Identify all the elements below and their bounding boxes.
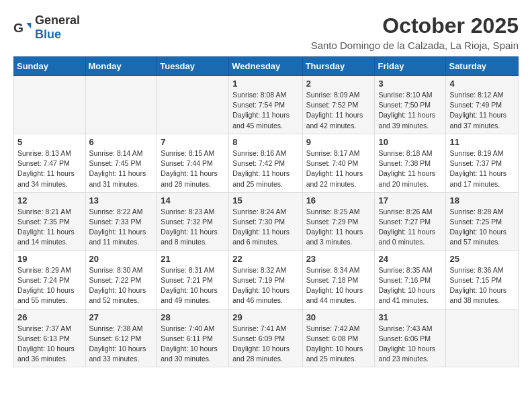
calendar-cell: 14Sunrise: 8:23 AM Sunset: 7:32 PM Dayli… [157,192,229,250]
calendar-cell: 10Sunrise: 8:18 AM Sunset: 7:38 PM Dayli… [375,134,446,192]
day-number: 22 [232,254,298,264]
day-info: Sunrise: 8:24 AM Sunset: 7:30 PM Dayligh… [232,207,298,248]
location-subtitle: Santo Domingo de la Calzada, La Rioja, S… [311,40,519,51]
calendar-cell: 4Sunrise: 8:12 AM Sunset: 7:49 PM Daylig… [446,76,519,134]
header-day-saturday: Saturday [446,57,519,76]
day-info: Sunrise: 8:22 AM Sunset: 7:33 PM Dayligh… [89,207,154,248]
calendar-cell: 11Sunrise: 8:19 AM Sunset: 7:37 PM Dayli… [446,134,519,192]
day-info: Sunrise: 8:12 AM Sunset: 7:49 PM Dayligh… [449,90,515,131]
calendar-cell [85,76,157,134]
logo: G General Blue [13,13,80,42]
day-info: Sunrise: 8:15 AM Sunset: 7:44 PM Dayligh… [161,148,225,189]
logo-blue-text: Blue [35,28,61,41]
day-number: 3 [378,79,442,89]
day-number: 7 [161,137,225,147]
calendar-cell [14,76,86,134]
day-number: 27 [89,312,154,322]
day-info: Sunrise: 7:43 AM Sunset: 6:06 PM Dayligh… [378,324,442,365]
calendar-cell: 24Sunrise: 8:35 AM Sunset: 7:16 PM Dayli… [375,250,446,309]
header-day-wednesday: Wednesday [229,57,302,76]
calendar-cell [157,76,229,134]
day-number: 23 [306,254,371,264]
day-number: 10 [378,137,442,147]
calendar-cell: 7Sunrise: 8:15 AM Sunset: 7:44 PM Daylig… [157,134,229,192]
day-number: 11 [449,137,515,147]
day-number: 17 [378,195,442,205]
day-info: Sunrise: 7:41 AM Sunset: 6:09 PM Dayligh… [232,324,298,365]
calendar-cell: 5Sunrise: 8:13 AM Sunset: 7:47 PM Daylig… [14,134,86,192]
day-number: 15 [232,195,298,205]
calendar-cell: 1Sunrise: 8:08 AM Sunset: 7:54 PM Daylig… [229,76,302,134]
calendar-cell: 23Sunrise: 8:34 AM Sunset: 7:18 PM Dayli… [302,250,375,309]
svg-text:G: G [13,21,24,35]
day-info: Sunrise: 8:31 AM Sunset: 7:21 PM Dayligh… [161,265,225,306]
day-number: 18 [449,195,515,205]
day-info: Sunrise: 8:25 AM Sunset: 7:29 PM Dayligh… [306,207,371,248]
calendar-cell: 6Sunrise: 8:14 AM Sunset: 7:45 PM Daylig… [85,134,157,192]
day-info: Sunrise: 8:21 AM Sunset: 7:35 PM Dayligh… [17,207,82,248]
day-info: Sunrise: 8:16 AM Sunset: 7:42 PM Dayligh… [232,148,298,189]
calendar-cell [446,309,519,367]
day-number: 30 [306,312,371,322]
day-info: Sunrise: 7:40 AM Sunset: 6:11 PM Dayligh… [161,324,225,365]
header-day-friday: Friday [375,57,446,76]
day-number: 31 [378,312,442,322]
day-info: Sunrise: 8:10 AM Sunset: 7:50 PM Dayligh… [378,90,442,131]
header-day-thursday: Thursday [302,57,375,76]
day-info: Sunrise: 8:35 AM Sunset: 7:16 PM Dayligh… [378,265,442,306]
day-number: 5 [17,137,82,147]
calendar-cell: 31Sunrise: 7:43 AM Sunset: 6:06 PM Dayli… [375,309,446,367]
calendar-cell: 12Sunrise: 8:21 AM Sunset: 7:35 PM Dayli… [14,192,86,250]
calendar-cell: 29Sunrise: 7:41 AM Sunset: 6:09 PM Dayli… [229,309,302,367]
day-number: 8 [232,137,298,147]
day-info: Sunrise: 7:42 AM Sunset: 6:08 PM Dayligh… [306,324,371,365]
day-number: 28 [161,312,225,322]
header-day-monday: Monday [85,57,157,76]
calendar-cell: 13Sunrise: 8:22 AM Sunset: 7:33 PM Dayli… [85,192,157,250]
day-number: 4 [449,79,515,89]
calendar-cell: 21Sunrise: 8:31 AM Sunset: 7:21 PM Dayli… [157,250,229,309]
header-day-sunday: Sunday [14,57,86,76]
calendar-table: SundayMondayTuesdayWednesdayThursdayFrid… [13,56,519,367]
day-info: Sunrise: 8:18 AM Sunset: 7:38 PM Dayligh… [378,148,442,189]
day-info: Sunrise: 8:09 AM Sunset: 7:52 PM Dayligh… [306,90,371,131]
calendar-cell: 2Sunrise: 8:09 AM Sunset: 7:52 PM Daylig… [302,76,375,134]
calendar-week-row: 26Sunrise: 7:37 AM Sunset: 6:13 PM Dayli… [14,309,519,367]
calendar-cell: 20Sunrise: 8:30 AM Sunset: 7:22 PM Dayli… [85,250,157,309]
day-number: 6 [89,137,154,147]
svg-marker-1 [26,23,31,29]
calendar-cell: 28Sunrise: 7:40 AM Sunset: 6:11 PM Dayli… [157,309,229,367]
calendar-cell: 8Sunrise: 8:16 AM Sunset: 7:42 PM Daylig… [229,134,302,192]
calendar-cell: 19Sunrise: 8:29 AM Sunset: 7:24 PM Dayli… [14,250,86,309]
day-info: Sunrise: 8:17 AM Sunset: 7:40 PM Dayligh… [306,148,371,189]
calendar-week-row: 1Sunrise: 8:08 AM Sunset: 7:54 PM Daylig… [14,76,519,134]
day-info: Sunrise: 8:23 AM Sunset: 7:32 PM Dayligh… [161,207,225,248]
calendar-cell: 3Sunrise: 8:10 AM Sunset: 7:50 PM Daylig… [375,76,446,134]
logo-icon: G [13,18,32,37]
calendar-cell: 16Sunrise: 8:25 AM Sunset: 7:29 PM Dayli… [302,192,375,250]
calendar-cell: 9Sunrise: 8:17 AM Sunset: 7:40 PM Daylig… [302,134,375,192]
day-number: 20 [89,254,154,264]
day-number: 16 [306,195,371,205]
day-info: Sunrise: 8:32 AM Sunset: 7:19 PM Dayligh… [232,265,298,306]
calendar-cell: 27Sunrise: 7:38 AM Sunset: 6:12 PM Dayli… [85,309,157,367]
calendar-cell: 17Sunrise: 8:26 AM Sunset: 7:27 PM Dayli… [375,192,446,250]
day-number: 1 [232,79,298,89]
day-info: Sunrise: 8:14 AM Sunset: 7:45 PM Dayligh… [89,148,154,189]
logo-general-text: General [35,13,80,27]
header-day-tuesday: Tuesday [157,57,229,76]
day-info: Sunrise: 8:34 AM Sunset: 7:18 PM Dayligh… [306,265,371,306]
calendar-cell: 15Sunrise: 8:24 AM Sunset: 7:30 PM Dayli… [229,192,302,250]
page-header: G General Blue October 2025 Santo Doming… [13,13,519,51]
calendar-week-row: 5Sunrise: 8:13 AM Sunset: 7:47 PM Daylig… [14,134,519,192]
day-info: Sunrise: 8:26 AM Sunset: 7:27 PM Dayligh… [378,207,442,248]
day-number: 26 [17,312,82,322]
day-number: 13 [89,195,154,205]
day-number: 21 [161,254,225,264]
day-info: Sunrise: 7:37 AM Sunset: 6:13 PM Dayligh… [17,324,82,365]
day-number: 14 [161,195,225,205]
day-info: Sunrise: 8:19 AM Sunset: 7:37 PM Dayligh… [449,148,515,189]
calendar-week-row: 19Sunrise: 8:29 AM Sunset: 7:24 PM Dayli… [14,250,519,309]
day-number: 19 [17,254,82,264]
day-info: Sunrise: 8:30 AM Sunset: 7:22 PM Dayligh… [89,265,154,306]
